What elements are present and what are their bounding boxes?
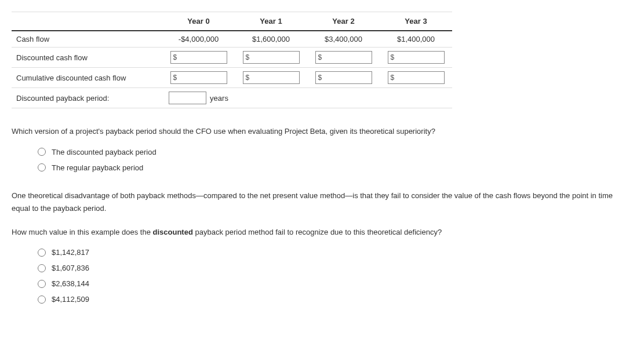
cdcf-input-y1-wrap: $ — [243, 71, 300, 84]
dcf-input-y0[interactable] — [179, 52, 226, 63]
q2-radio-0[interactable] — [38, 249, 46, 257]
table-row: Cash flow -$4,000,000 $1,600,000 $3,400,… — [12, 31, 452, 48]
table-row: Discounted payback period: years — [12, 88, 452, 108]
dcf-input-y2[interactable] — [324, 52, 371, 63]
cdcf-input-y2[interactable] — [324, 72, 371, 83]
cash-flow-y1: $1,600,000 — [235, 31, 307, 48]
dollar-sign-icon: $ — [243, 74, 252, 82]
q2-text-after: payback period method fail to recognize … — [193, 228, 442, 236]
cdcf-input-y3[interactable] — [396, 72, 443, 83]
cumulative-dcf-label: Cumulative discounted cash flow — [12, 68, 162, 88]
cash-flow-y3: $1,400,000 — [380, 31, 452, 48]
dollar-sign-icon: $ — [316, 53, 325, 61]
q1-label-0[interactable]: The discounted payback period — [52, 148, 157, 156]
q2-label-0[interactable]: $1,142,817 — [52, 248, 89, 257]
q2-radio-2[interactable] — [38, 280, 46, 288]
q1-radio-0[interactable] — [38, 148, 46, 156]
explanation-paragraph: One theoretical disadvantage of both pay… — [12, 189, 632, 215]
cash-flow-y0: -$4,000,000 — [162, 31, 235, 48]
cdcf-input-y3-wrap: $ — [388, 71, 445, 84]
cash-flow-label: Cash flow — [12, 31, 162, 48]
header-year-2: Year 2 — [307, 12, 380, 31]
question-1-text: Which version of a project's payback per… — [12, 126, 632, 137]
dcf-input-y2-wrap: $ — [315, 51, 372, 64]
dollar-sign-icon: $ — [316, 74, 325, 82]
dollar-sign-icon: $ — [243, 53, 252, 61]
cash-flow-table-container: Year 0 Year 1 Year 2 Year 3 Cash flow -$… — [12, 12, 632, 108]
dcf-input-y0-wrap: $ — [170, 51, 227, 64]
header-year-1: Year 1 — [235, 12, 307, 31]
q2-option-3[interactable]: $4,112,509 — [38, 295, 632, 304]
dcf-input-y3-wrap: $ — [388, 51, 445, 64]
q1-radio-1[interactable] — [38, 163, 46, 171]
cash-flow-table: Year 0 Year 1 Year 2 Year 3 Cash flow -$… — [12, 12, 452, 108]
q2-option-2[interactable]: $2,638,144 — [38, 279, 632, 288]
q2-label-3[interactable]: $4,112,509 — [52, 295, 89, 304]
payback-years-wrap: years — [169, 92, 228, 104]
cdcf-input-y2-wrap: $ — [315, 71, 372, 84]
dollar-sign-icon: $ — [171, 74, 180, 82]
cdcf-input-y1[interactable] — [252, 72, 299, 83]
q1-option-1[interactable]: The regular payback period — [38, 163, 632, 172]
question-2-options: $1,142,817 $1,607,836 $2,638,144 $4,112,… — [38, 248, 632, 304]
dollar-sign-icon: $ — [388, 74, 397, 82]
header-blank — [12, 12, 162, 31]
dollar-sign-icon: $ — [388, 53, 397, 61]
q2-radio-1[interactable] — [38, 264, 46, 272]
cash-flow-y2: $3,400,000 — [307, 31, 380, 48]
table-header-row: Year 0 Year 1 Year 2 Year 3 — [12, 12, 452, 31]
payback-years-input[interactable] — [169, 92, 206, 104]
q2-option-0[interactable]: $1,142,817 — [38, 248, 632, 257]
q2-option-1[interactable]: $1,607,836 — [38, 264, 632, 272]
table-row: Cumulative discounted cash flow $ $ $ $ — [12, 68, 452, 88]
q1-label-1[interactable]: The regular payback period — [52, 163, 143, 172]
q2-radio-3[interactable] — [38, 295, 46, 304]
q2-label-2[interactable]: $2,638,144 — [52, 279, 89, 288]
cdcf-input-y0[interactable] — [179, 72, 226, 83]
discounted-cf-label: Discounted cash flow — [12, 48, 162, 68]
dcf-input-y3[interactable] — [396, 52, 443, 63]
q2-text-bold: discounted — [153, 228, 193, 236]
header-year-0: Year 0 — [162, 12, 235, 31]
q1-option-0[interactable]: The discounted payback period — [38, 148, 632, 156]
years-suffix: years — [206, 94, 228, 103]
q2-text-before: How much value in this example does the — [12, 228, 153, 236]
question-2-text: How much value in this example does the … — [12, 227, 632, 238]
cdcf-input-y0-wrap: $ — [170, 71, 227, 84]
dcf-input-y1[interactable] — [252, 52, 299, 63]
table-row: Discounted cash flow $ $ $ $ — [12, 48, 452, 68]
q2-label-1[interactable]: $1,607,836 — [52, 264, 89, 272]
payback-period-label: Discounted payback period: — [12, 88, 162, 108]
question-1-options: The discounted payback period The regula… — [38, 148, 632, 172]
dcf-input-y1-wrap: $ — [243, 51, 300, 64]
header-year-3: Year 3 — [380, 12, 452, 31]
dollar-sign-icon: $ — [171, 53, 180, 61]
